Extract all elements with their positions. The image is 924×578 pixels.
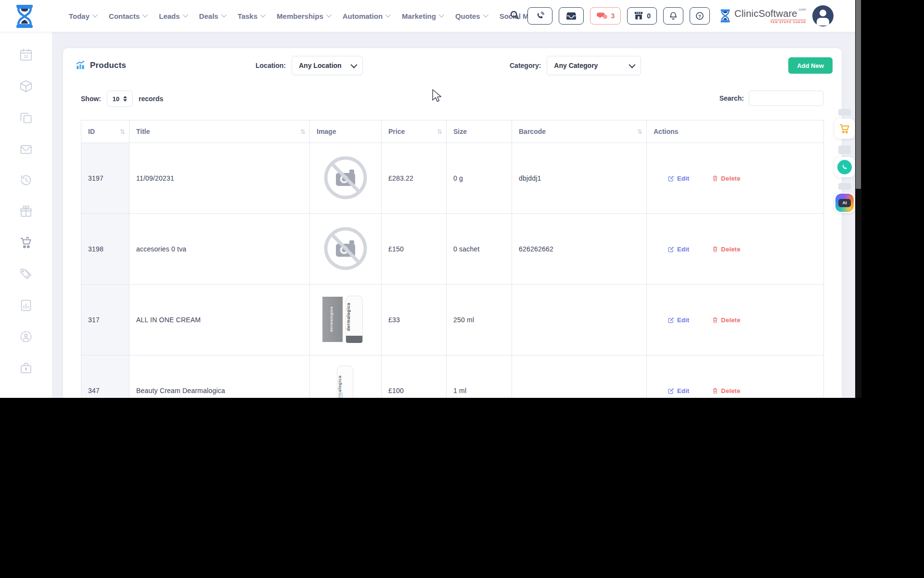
cell-actions: Edit Delete xyxy=(647,355,824,398)
left-sidebar: 12 xyxy=(0,32,52,398)
inbox-button[interactable] xyxy=(559,7,584,25)
table-row: 3198 accesories 0 tva xyxy=(81,214,824,285)
column-header-id[interactable]: ID⇅ xyxy=(81,120,129,143)
page-title: Products xyxy=(76,48,126,83)
column-header-size: Size xyxy=(447,120,512,143)
edit-button[interactable]: Edit xyxy=(668,387,689,394)
chevron-down-icon xyxy=(142,12,148,17)
table-header-row: ID⇅ Title⇅ Image Price⇅ Size Barcode⇅ Ac… xyxy=(81,120,824,143)
column-header-barcode[interactable]: Barcode⇅ xyxy=(512,120,647,143)
main-nav: Today Contacts Leads Deals Tasks Members… xyxy=(69,0,543,32)
cell-actions: Edit Delete xyxy=(647,285,824,355)
chevron-down-icon xyxy=(483,12,488,17)
rail-ghost xyxy=(838,183,851,190)
location-label: Location: xyxy=(256,62,286,69)
phone-button[interactable] xyxy=(527,7,552,25)
delete-button[interactable]: Delete xyxy=(712,175,740,182)
cell-id: 3198 xyxy=(81,214,129,285)
nav-item-deals[interactable]: Deals xyxy=(199,12,225,20)
nav-item-quotes[interactable]: Quotes xyxy=(455,12,487,20)
account-icon[interactable] xyxy=(18,328,34,345)
cell-barcode xyxy=(512,355,647,398)
nav-item-marketing[interactable]: Marketing xyxy=(402,12,443,20)
top-bar: Today Contacts Leads Deals Tasks Members… xyxy=(0,0,855,32)
rail-ghost xyxy=(838,145,851,154)
page-length-select[interactable]: 10 xyxy=(107,91,133,107)
cell-image: dermalogica dermalogica xyxy=(310,285,382,355)
delete-button[interactable]: Delete xyxy=(712,316,740,324)
user-avatar[interactable] xyxy=(812,5,834,26)
mouse-cursor xyxy=(431,89,444,103)
column-header-title[interactable]: Title⇅ xyxy=(129,120,310,143)
sort-icon: ⇅ xyxy=(120,128,125,135)
gift-icon[interactable] xyxy=(18,203,34,220)
nav-item-automation[interactable]: Automation xyxy=(343,12,389,20)
report-icon[interactable] xyxy=(18,297,34,314)
calendar-icon[interactable]: 12 xyxy=(18,47,34,63)
floating-whatsapp-button[interactable] xyxy=(834,157,855,177)
cell-price: £100 xyxy=(382,355,447,398)
basket-icon[interactable] xyxy=(18,141,34,157)
svg-text:12: 12 xyxy=(24,54,28,59)
search-label: Search: xyxy=(719,94,744,102)
help-button[interactable]: ? xyxy=(690,7,710,25)
table-row: 347 Beauty Cream Dearmalogica dermalogic… xyxy=(81,355,824,398)
trash-icon xyxy=(712,175,718,182)
product-tube: dermalogica xyxy=(346,296,363,343)
nav-item-memberships[interactable]: Memberships xyxy=(277,12,330,20)
cell-image xyxy=(310,143,382,214)
nav-item-leads[interactable]: Leads xyxy=(159,12,186,20)
chevron-down-icon xyxy=(385,12,391,17)
edit-button[interactable]: Edit xyxy=(668,175,689,182)
chevron-down-icon xyxy=(326,12,332,17)
store-button[interactable]: 0 xyxy=(627,7,657,25)
nav-item-today[interactable]: Today xyxy=(69,12,96,20)
updown-icon xyxy=(123,96,127,102)
table-row: 3197 11/09/20231 xyxy=(81,143,824,214)
column-header-price[interactable]: Price⇅ xyxy=(382,120,447,143)
cell-size: 1 ml xyxy=(447,355,512,398)
floating-cart-button[interactable] xyxy=(834,118,855,139)
store-count-badge: 0 xyxy=(647,12,651,20)
chat-button[interactable]: 3 xyxy=(590,7,621,25)
chat-count-badge: 3 xyxy=(611,12,615,20)
scrollbar-thumb[interactable] xyxy=(856,0,861,189)
delete-button[interactable]: Delete xyxy=(712,246,740,253)
column-header-image: Image xyxy=(310,120,382,143)
chevron-down-icon xyxy=(221,12,226,17)
edit-button[interactable]: Edit xyxy=(668,316,689,324)
cell-price: £283.22 xyxy=(382,143,447,214)
bell-icon xyxy=(668,11,678,21)
clinicsoftware-logo-icon[interactable] xyxy=(13,4,36,28)
vertical-scrollbar[interactable] xyxy=(855,0,861,398)
sort-icon: ⇅ xyxy=(637,128,642,135)
search-input[interactable] xyxy=(749,91,823,106)
cell-title: 11/09/20231 xyxy=(129,143,310,214)
edit-button[interactable]: Edit xyxy=(668,246,689,253)
clinicsoftware-brand[interactable]: ClinicSoftware .com TEN STEPS AHEAD xyxy=(719,9,806,24)
category-select[interactable]: Any Category xyxy=(547,56,641,75)
search-icon[interactable] xyxy=(509,10,520,22)
chevron-down-icon xyxy=(350,62,357,68)
cart-icon[interactable] xyxy=(18,235,34,251)
products-table: ID⇅ Title⇅ Image Price⇅ Size Barcode⇅ Ac… xyxy=(81,120,824,398)
case-icon[interactable] xyxy=(18,360,34,376)
notifications-button[interactable] xyxy=(663,7,683,25)
nav-item-contacts[interactable]: Contacts xyxy=(109,12,146,20)
cell-title: Beauty Cream Dearmalogica xyxy=(129,355,310,398)
chevron-down-icon xyxy=(260,12,266,17)
add-new-button[interactable]: Add New xyxy=(788,57,833,74)
copy-icon[interactable] xyxy=(18,109,34,126)
cell-size: 250 ml xyxy=(447,285,512,355)
location-select[interactable]: Any Location xyxy=(292,56,363,75)
floating-ai-button[interactable]: AI xyxy=(834,193,855,213)
nav-item-tasks[interactable]: Tasks xyxy=(238,12,264,20)
history-icon[interactable] xyxy=(18,172,34,188)
package-icon[interactable] xyxy=(18,78,34,94)
rail-ghost xyxy=(838,109,851,116)
tags-icon[interactable] xyxy=(18,266,34,282)
cell-id: 317 xyxy=(81,285,129,355)
delete-button[interactable]: Delete xyxy=(712,387,740,394)
show-label: Show: xyxy=(81,95,101,103)
cell-price: £33 xyxy=(382,285,447,355)
